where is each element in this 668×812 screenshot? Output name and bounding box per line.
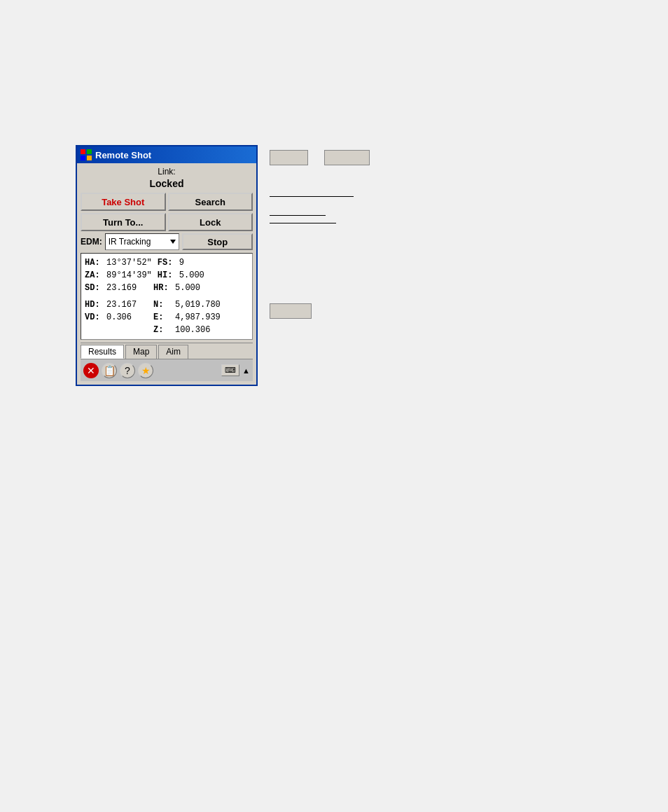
- data-row-3: SD: 23.169 HR: 5.000: [85, 282, 249, 294]
- hi-label: HI:: [158, 269, 177, 282]
- n-col: N: 5,019.780: [153, 298, 221, 311]
- float-button-1[interactable]: [270, 150, 308, 165]
- data-row-6: Z: 100.306: [85, 324, 249, 336]
- za-col: ZA: 89°14'39": [85, 269, 152, 282]
- e-value: 4,987.939: [175, 311, 221, 324]
- lock-button[interactable]: Lock: [168, 213, 253, 231]
- z-value: 100.306: [175, 324, 210, 336]
- vd-value: 0.306: [106, 311, 132, 324]
- hr-label: HR:: [153, 282, 173, 294]
- data-section: HA: 13°37'52" FS: 9 ZA: 89°14'39" HI: 5.…: [81, 253, 253, 340]
- float-button-3[interactable]: [270, 303, 312, 319]
- link-label: Link:: [158, 167, 175, 177]
- ha-col: HA: 13°37'52": [85, 256, 152, 269]
- remote-shot-window: Remote Shot Link: Locked Take Shot Searc…: [76, 145, 258, 386]
- n-value: 5,019.780: [175, 298, 221, 311]
- title-bar: Remote Shot: [77, 146, 256, 163]
- edm-value: IR Tracking: [109, 237, 168, 247]
- help-icon[interactable]: ?: [120, 363, 135, 378]
- sd-col: SD: 23.169: [85, 282, 148, 294]
- tabs-bar: Results Map Aim: [81, 343, 253, 359]
- hi-value: 5.000: [179, 269, 204, 282]
- ha-value: 13°37'52": [106, 256, 152, 269]
- hd-label: HD:: [85, 298, 104, 311]
- data-row-1: HA: 13°37'52" FS: 9: [85, 256, 249, 269]
- vd-label: VD:: [85, 311, 104, 324]
- clipboard-icon[interactable]: 📋: [102, 363, 117, 378]
- fs-label: FS:: [158, 256, 177, 269]
- z-col: Z: 100.306: [153, 324, 216, 336]
- tab-results[interactable]: Results: [81, 345, 124, 359]
- hd-col: HD: 23.167: [85, 298, 148, 311]
- ha-label: HA:: [85, 256, 104, 269]
- taskbar: ✕ 📋 ? ★ ⌨ ▲: [81, 359, 253, 381]
- hi-col: HI: 5.000: [158, 269, 221, 282]
- z-spacer-col: [85, 324, 148, 336]
- take-shot-button[interactable]: Take Shot: [81, 193, 166, 211]
- button-grid: Take Shot Search Turn To... Lock: [81, 193, 253, 231]
- taskbar-arrow-icon[interactable]: ▲: [242, 366, 250, 375]
- window-title: Remote Shot: [95, 150, 151, 160]
- line-1: [270, 196, 354, 197]
- edm-row: EDM: IR Tracking Stop: [81, 233, 253, 250]
- n-label: N:: [153, 298, 173, 311]
- line-3: [270, 223, 336, 223]
- sd-label: SD:: [85, 282, 104, 294]
- fs-value: 9: [179, 256, 184, 269]
- za-value: 89°14'39": [106, 269, 152, 282]
- close-button[interactable]: ✕: [83, 363, 99, 378]
- hd-value: 23.167: [106, 298, 137, 311]
- keyboard-button[interactable]: ⌨: [221, 364, 239, 376]
- line-2: [270, 215, 326, 216]
- tab-map[interactable]: Map: [125, 345, 157, 359]
- z-label: Z:: [153, 324, 173, 336]
- tab-aim[interactable]: Aim: [158, 345, 188, 359]
- chevron-down-icon: [170, 240, 176, 244]
- data-row-5: VD: 0.306 E: 4,987.939: [85, 311, 249, 324]
- window-content: Link: Locked Take Shot Search Turn To...…: [77, 163, 256, 385]
- search-button[interactable]: Search: [168, 193, 253, 211]
- locked-status: Locked: [81, 178, 253, 189]
- stop-button[interactable]: Stop: [182, 233, 253, 250]
- star-icon[interactable]: ★: [138, 363, 153, 378]
- svg-rect-0: [81, 149, 85, 154]
- vd-col: VD: 0.306: [85, 311, 148, 324]
- link-row: Link:: [81, 167, 253, 177]
- float-button-2[interactable]: [324, 150, 370, 165]
- sd-value: 23.169: [106, 282, 137, 294]
- edm-label: EDM:: [81, 237, 102, 247]
- svg-rect-2: [81, 156, 85, 160]
- hr-value: 5.000: [175, 282, 200, 294]
- svg-rect-1: [87, 149, 92, 154]
- hr-col: HR: 5.000: [153, 282, 216, 294]
- za-label: ZA:: [85, 269, 104, 282]
- e-label: E:: [153, 311, 173, 324]
- data-row-2: ZA: 89°14'39" HI: 5.000: [85, 269, 249, 282]
- svg-rect-3: [87, 156, 92, 160]
- e-col: E: 4,987.939: [153, 311, 221, 324]
- windows-mobile-icon: [81, 149, 92, 160]
- turn-to-button[interactable]: Turn To...: [81, 213, 166, 231]
- edm-dropdown[interactable]: IR Tracking: [105, 233, 180, 250]
- fs-col: FS: 9: [158, 256, 221, 269]
- data-row-4: HD: 23.167 N: 5,019.780: [85, 298, 249, 311]
